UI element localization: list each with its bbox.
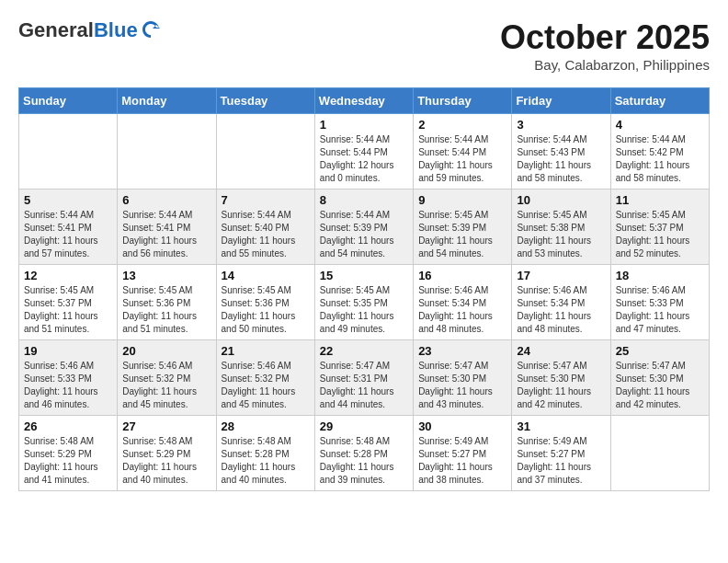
calendar-header: SundayMondayTuesdayWednesdayThursdayFrid…	[19, 88, 710, 114]
day-number: 19	[24, 344, 112, 358]
calendar-body: 1Sunrise: 5:44 AM Sunset: 5:44 PM Daylig…	[19, 114, 710, 491]
day-info: Sunrise: 5:46 AM Sunset: 5:32 PM Dayligh…	[222, 360, 310, 411]
day-number: 8	[320, 193, 408, 207]
day-info: Sunrise: 5:44 AM Sunset: 5:42 PM Dayligh…	[616, 133, 704, 185]
day-number: 25	[616, 344, 704, 358]
day-info: Sunrise: 5:44 AM Sunset: 5:44 PM Dayligh…	[320, 133, 408, 185]
calendar-cell: 28Sunrise: 5:48 AM Sunset: 5:28 PM Dayli…	[216, 416, 314, 491]
day-number: 11	[616, 193, 704, 207]
day-info: Sunrise: 5:45 AM Sunset: 5:39 PM Dayligh…	[418, 209, 506, 260]
day-number: 6	[122, 193, 210, 207]
calendar-cell: 9Sunrise: 5:45 AM Sunset: 5:39 PM Daylig…	[414, 190, 512, 265]
header: GeneralBlue October 2025 Bay, Calabarzon…	[18, 18, 710, 73]
day-info: Sunrise: 5:45 AM Sunset: 5:38 PM Dayligh…	[517, 209, 605, 260]
day-info: Sunrise: 5:45 AM Sunset: 5:36 PM Dayligh…	[122, 284, 210, 336]
day-number: 24	[517, 344, 605, 358]
day-info: Sunrise: 5:45 AM Sunset: 5:37 PM Dayligh…	[616, 209, 704, 260]
day-info: Sunrise: 5:45 AM Sunset: 5:37 PM Dayligh…	[24, 284, 112, 336]
calendar-cell: 29Sunrise: 5:48 AM Sunset: 5:28 PM Dayli…	[314, 416, 413, 491]
day-number: 26	[24, 419, 112, 433]
day-number: 7	[222, 193, 310, 207]
calendar-cell: 23Sunrise: 5:47 AM Sunset: 5:30 PM Dayli…	[414, 340, 512, 416]
day-of-week-thursday: Thursday	[414, 88, 512, 114]
day-number: 16	[418, 269, 506, 282]
day-info: Sunrise: 5:44 AM Sunset: 5:40 PM Dayligh…	[222, 209, 310, 260]
calendar-cell: 18Sunrise: 5:46 AM Sunset: 5:33 PM Dayli…	[610, 265, 709, 340]
day-info: Sunrise: 5:45 AM Sunset: 5:35 PM Dayligh…	[320, 284, 408, 336]
calendar-week-2: 12Sunrise: 5:45 AM Sunset: 5:37 PM Dayli…	[19, 265, 710, 340]
location: Bay, Calabarzon, Philippines	[500, 57, 710, 73]
calendar-cell: 15Sunrise: 5:45 AM Sunset: 5:35 PM Dayli…	[314, 265, 413, 340]
logo-icon	[140, 19, 162, 41]
calendar-cell: 3Sunrise: 5:44 AM Sunset: 5:43 PM Daylig…	[512, 114, 610, 190]
day-info: Sunrise: 5:44 AM Sunset: 5:41 PM Dayligh…	[24, 209, 112, 260]
calendar-cell: 2Sunrise: 5:44 AM Sunset: 5:44 PM Daylig…	[414, 114, 512, 190]
calendar: SundayMondayTuesdayWednesdayThursdayFrid…	[18, 87, 710, 491]
day-info: Sunrise: 5:48 AM Sunset: 5:29 PM Dayligh…	[122, 435, 210, 487]
calendar-cell	[19, 114, 118, 190]
day-info: Sunrise: 5:46 AM Sunset: 5:33 PM Dayligh…	[24, 360, 112, 411]
calendar-week-0: 1Sunrise: 5:44 AM Sunset: 5:44 PM Daylig…	[19, 114, 710, 190]
day-number: 9	[418, 193, 506, 207]
day-number: 15	[320, 269, 408, 282]
calendar-cell: 25Sunrise: 5:47 AM Sunset: 5:30 PM Dayli…	[610, 340, 709, 416]
calendar-cell: 24Sunrise: 5:47 AM Sunset: 5:30 PM Dayli…	[512, 340, 610, 416]
day-number: 23	[418, 344, 506, 358]
month-year: October 2025	[500, 18, 710, 57]
calendar-cell: 13Sunrise: 5:45 AM Sunset: 5:36 PM Dayli…	[118, 265, 216, 340]
day-info: Sunrise: 5:47 AM Sunset: 5:30 PM Dayligh…	[517, 360, 605, 411]
day-info: Sunrise: 5:48 AM Sunset: 5:28 PM Dayligh…	[222, 435, 310, 487]
calendar-cell: 5Sunrise: 5:44 AM Sunset: 5:41 PM Daylig…	[19, 190, 118, 265]
day-info: Sunrise: 5:47 AM Sunset: 5:31 PM Dayligh…	[320, 360, 408, 411]
calendar-cell: 21Sunrise: 5:46 AM Sunset: 5:32 PM Dayli…	[216, 340, 314, 416]
calendar-cell: 31Sunrise: 5:49 AM Sunset: 5:27 PM Dayli…	[512, 416, 610, 491]
calendar-cell: 22Sunrise: 5:47 AM Sunset: 5:31 PM Dayli…	[314, 340, 413, 416]
calendar-week-1: 5Sunrise: 5:44 AM Sunset: 5:41 PM Daylig…	[19, 190, 710, 265]
day-number: 2	[418, 118, 506, 132]
day-info: Sunrise: 5:49 AM Sunset: 5:27 PM Dayligh…	[418, 435, 506, 487]
calendar-cell: 26Sunrise: 5:48 AM Sunset: 5:29 PM Dayli…	[19, 416, 118, 491]
calendar-cell: 8Sunrise: 5:44 AM Sunset: 5:39 PM Daylig…	[314, 190, 413, 265]
calendar-cell: 11Sunrise: 5:45 AM Sunset: 5:37 PM Dayli…	[610, 190, 709, 265]
day-info: Sunrise: 5:44 AM Sunset: 5:41 PM Dayligh…	[122, 209, 210, 260]
day-info: Sunrise: 5:45 AM Sunset: 5:36 PM Dayligh…	[222, 284, 310, 336]
day-number: 1	[320, 118, 408, 132]
calendar-cell: 19Sunrise: 5:46 AM Sunset: 5:33 PM Dayli…	[19, 340, 118, 416]
day-number: 29	[320, 419, 408, 433]
day-of-week-friday: Friday	[512, 88, 610, 114]
calendar-cell: 30Sunrise: 5:49 AM Sunset: 5:27 PM Dayli…	[414, 416, 512, 491]
calendar-week-4: 26Sunrise: 5:48 AM Sunset: 5:29 PM Dayli…	[19, 416, 710, 491]
days-of-week-row: SundayMondayTuesdayWednesdayThursdayFrid…	[19, 88, 710, 114]
day-info: Sunrise: 5:47 AM Sunset: 5:30 PM Dayligh…	[418, 360, 506, 411]
day-info: Sunrise: 5:46 AM Sunset: 5:34 PM Dayligh…	[517, 284, 605, 336]
day-info: Sunrise: 5:46 AM Sunset: 5:34 PM Dayligh…	[418, 284, 506, 336]
day-info: Sunrise: 5:44 AM Sunset: 5:43 PM Dayligh…	[517, 133, 605, 185]
logo-general: GeneralBlue	[18, 18, 138, 42]
day-number: 30	[418, 419, 506, 433]
day-number: 14	[222, 269, 310, 282]
calendar-week-3: 19Sunrise: 5:46 AM Sunset: 5:33 PM Dayli…	[19, 340, 710, 416]
day-of-week-wednesday: Wednesday	[314, 88, 413, 114]
calendar-cell: 16Sunrise: 5:46 AM Sunset: 5:34 PM Dayli…	[414, 265, 512, 340]
day-number: 10	[517, 193, 605, 207]
day-info: Sunrise: 5:46 AM Sunset: 5:32 PM Dayligh…	[122, 360, 210, 411]
calendar-cell: 20Sunrise: 5:46 AM Sunset: 5:32 PM Dayli…	[118, 340, 216, 416]
day-number: 31	[517, 419, 605, 433]
day-number: 22	[320, 344, 408, 358]
calendar-cell: 1Sunrise: 5:44 AM Sunset: 5:44 PM Daylig…	[314, 114, 413, 190]
calendar-cell	[216, 114, 314, 190]
calendar-cell: 17Sunrise: 5:46 AM Sunset: 5:34 PM Dayli…	[512, 265, 610, 340]
day-info: Sunrise: 5:44 AM Sunset: 5:39 PM Dayligh…	[320, 209, 408, 260]
day-of-week-saturday: Saturday	[610, 88, 709, 114]
calendar-cell: 27Sunrise: 5:48 AM Sunset: 5:29 PM Dayli…	[118, 416, 216, 491]
day-number: 3	[517, 118, 605, 132]
day-number: 17	[517, 269, 605, 282]
day-of-week-monday: Monday	[118, 88, 216, 114]
day-of-week-tuesday: Tuesday	[216, 88, 314, 114]
day-info: Sunrise: 5:44 AM Sunset: 5:44 PM Dayligh…	[418, 133, 506, 185]
day-number: 13	[122, 269, 210, 282]
day-number: 5	[24, 193, 112, 207]
logo: GeneralBlue	[18, 18, 162, 42]
day-info: Sunrise: 5:48 AM Sunset: 5:29 PM Dayligh…	[24, 435, 112, 487]
calendar-cell: 14Sunrise: 5:45 AM Sunset: 5:36 PM Dayli…	[216, 265, 314, 340]
